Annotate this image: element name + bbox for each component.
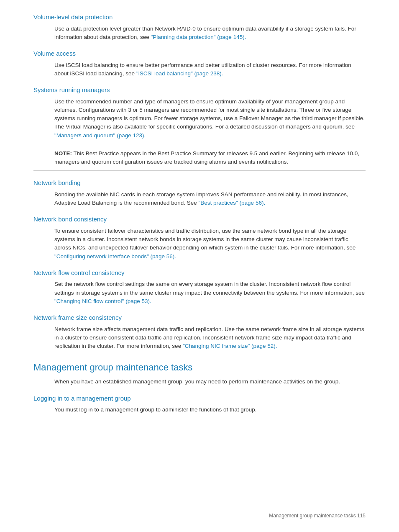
link-best-practices[interactable]: "Best practices" (page 56). [198,200,265,206]
section-network-frame-size-consistency: Network frame size consistency Network f… [33,313,366,350]
section-text-network-flow-control-consistency: Set the network flow control settings th… [54,280,366,306]
section-title-management-group-maintenance-tasks: Management group maintenance tasks [33,360,366,374]
section-volume-level-data-protection: Volume-level data protection Use a data … [33,13,366,41]
section-text-systems-running-managers: Use the recommended number and type of m… [54,98,366,140]
link-managers-and-quorum[interactable]: "Managers and quorum" (page 123). [54,132,146,139]
section-title-systems-running-managers: Systems running managers [33,85,366,95]
section-body-network-frame-size-consistency: Network frame size affects management da… [33,325,366,351]
link-planning-data-protection[interactable]: "Planning data protection" (page 145). [151,34,246,40]
link-changing-nic-frame-size[interactable]: "Changing NIC frame size" (page 52). [183,343,277,349]
section-body-network-bond-consistency: To ensure consistent failover characteri… [33,227,366,261]
section-network-flow-control-consistency: Network flow control consistency Set the… [33,268,366,306]
note-label: NOTE: [54,150,72,157]
section-body-volume-level-data-protection: Use a data protection level greater than… [33,25,366,42]
section-logging-in-to-a-management-group: Logging in to a management group You mus… [33,394,366,414]
section-text-network-frame-size-consistency: Network frame size affects management da… [54,325,366,351]
page-footer: Management group maintenance tasks 115 [269,512,366,519]
section-title-logging-in-to-a-management-group: Logging in to a management group [33,394,366,403]
section-title-volume-access: Volume access [33,49,366,59]
note-box-systems-running-managers: NOTE: This Best Practice appears in the … [33,145,366,171]
section-volume-access: Volume access Use iSCSI load balancing t… [33,49,366,78]
section-text-logging-in-to-a-management-group: You must log in to a management group to… [54,406,366,414]
section-network-bonding: Network bonding Bonding the available NI… [33,178,366,207]
section-title-volume-level-data-protection: Volume-level data protection [33,13,366,22]
section-text-network-bond-consistency: To ensure consistent failover characteri… [54,227,366,261]
link-configuring-network-interface-bonds[interactable]: "Configuring network interface bonds" (p… [54,253,176,260]
note-text-systems-running-managers: NOTE: This Best Practice appears in the … [33,149,366,167]
section-title-network-flow-control-consistency: Network flow control consistency [33,268,366,278]
section-body-management-group-maintenance-tasks: When you have an established management … [33,378,366,386]
section-title-network-frame-size-consistency: Network frame size consistency [33,313,366,323]
section-title-network-bond-consistency: Network bond consistency [33,215,366,224]
section-title-network-bonding: Network bonding [33,178,366,188]
section-text-volume-access: Use iSCSI load balancing to ensure bette… [54,61,366,78]
link-iscsi-load-balancing[interactable]: "iSCSI load balancing" (page 238). [136,70,223,77]
section-text-volume-level: Use a data protection level greater than… [54,25,366,42]
section-network-bond-consistency: Network bond consistency To ensure consi… [33,215,366,261]
link-changing-nic-flow-control[interactable]: "Changing NIC flow control" (page 53). [54,298,151,304]
section-text-network-bonding: Bonding the available NIC cards in each … [54,190,366,208]
footer-text: Management group maintenance tasks 115 [269,513,366,519]
section-body-network-bonding: Bonding the available NIC cards in each … [33,190,366,208]
section-management-group-maintenance-tasks: Management group maintenance tasks When … [33,360,366,386]
section-text-management-group-maintenance-tasks: When you have an established management … [54,378,366,386]
section-body-network-flow-control-consistency: Set the network flow control settings th… [33,280,366,306]
section-body-volume-access: Use iSCSI load balancing to ensure bette… [33,61,366,78]
section-body-logging-in-to-a-management-group: You must log in to a management group to… [33,406,366,414]
section-body-systems-running-managers: Use the recommended number and type of m… [33,98,366,140]
section-systems-running-managers: Systems running managers Use the recomme… [33,85,366,171]
